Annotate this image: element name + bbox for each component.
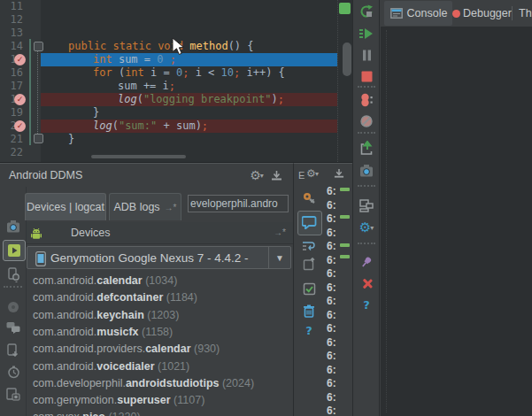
process-text: (930) bbox=[191, 343, 220, 355]
process-list-item[interactable]: com.android.keychain (1203) bbox=[33, 307, 179, 324]
line-number[interactable]: 19 bbox=[0, 106, 23, 119]
process-list-item[interactable]: com.developerphil.androidstudiotips (202… bbox=[33, 375, 254, 392]
tab-debugger-label: Debugger bbox=[463, 7, 512, 19]
line-number[interactable]: 11 bbox=[0, 0, 23, 13]
phone-icon bbox=[33, 250, 49, 266]
tab-threads[interactable]: Thr bbox=[519, 1, 532, 26]
process-list-item[interactable]: com.android.musicfx (1158) bbox=[33, 324, 173, 341]
error-stripe-mark[interactable] bbox=[340, 215, 350, 219]
console-icon bbox=[389, 7, 404, 19]
export-icon[interactable] bbox=[301, 256, 317, 272]
pause-icon[interactable] bbox=[359, 47, 374, 63]
step-out-icon[interactable] bbox=[359, 140, 374, 156]
logcat-filter-input[interactable] bbox=[188, 195, 289, 212]
code-token: ; bbox=[169, 80, 175, 92]
logcat-help-icon[interactable]: ? bbox=[301, 322, 317, 338]
code-line[interactable]: int sum = 0 ; bbox=[93, 53, 176, 66]
pin-icon[interactable] bbox=[359, 254, 374, 270]
resume-icon[interactable] bbox=[359, 26, 374, 42]
code-line[interactable]: log("sum:" + sum); bbox=[93, 119, 208, 133]
inspection-status-indicator[interactable] bbox=[339, 3, 351, 14]
line-number[interactable]: 12 bbox=[0, 13, 23, 27]
ddms-dock-icon[interactable] bbox=[268, 167, 284, 183]
debug-settings-gear-icon[interactable]: ⚙▾ bbox=[359, 220, 374, 235]
code-line[interactable]: } bbox=[93, 106, 99, 119]
logcat-dock-icon[interactable] bbox=[331, 166, 347, 181]
toolbar-divider bbox=[358, 86, 375, 88]
code-line[interactable]: } bbox=[68, 133, 74, 146]
clear-log-trash-icon[interactable] bbox=[301, 303, 317, 319]
process-text: (1107) bbox=[171, 394, 205, 406]
devices-float-icon[interactable]: →* bbox=[274, 227, 286, 237]
rerun-icon[interactable] bbox=[359, 4, 374, 19]
fold-marker-end[interactable] bbox=[34, 134, 43, 143]
code-editor[interactable]: 111213141516171819202122 public static v… bbox=[0, 0, 353, 163]
editor-horizontal-scrollbar[interactable] bbox=[91, 155, 186, 158]
fold-marker-start[interactable] bbox=[34, 42, 43, 51]
error-stripe-mark[interactable] bbox=[340, 188, 350, 191]
device-selector-arrow[interactable]: ▼ bbox=[268, 247, 290, 268]
tab-adb-logs[interactable]: ADB logs →* bbox=[109, 193, 181, 220]
code-line[interactable]: sum += i; bbox=[118, 80, 175, 93]
layout-capture-icon[interactable] bbox=[5, 386, 21, 402]
breakpoint-icon[interactable]: ✓ bbox=[14, 54, 26, 65]
breakpoint-icon[interactable]: ✓ bbox=[14, 94, 26, 105]
stop-icon[interactable] bbox=[359, 68, 374, 84]
code-token: () { bbox=[228, 40, 254, 52]
debug-tabbar: Console Debugger Thr bbox=[381, 0, 532, 27]
screen-record-icon[interactable] bbox=[3, 240, 26, 261]
alarm-icon[interactable] bbox=[5, 364, 21, 380]
tab-devices-logcat[interactable]: Devices | logcat bbox=[25, 193, 106, 220]
soft-wrap-icon[interactable] bbox=[301, 238, 317, 254]
error-stripe-mark[interactable] bbox=[340, 243, 350, 247]
device-search-icon[interactable] bbox=[5, 266, 21, 282]
code-line[interactable]: public static void method() { bbox=[68, 40, 254, 53]
method-profiling-icon[interactable] bbox=[5, 342, 21, 358]
gc-icon[interactable] bbox=[5, 299, 21, 315]
process-list-item[interactable]: com.android.defcontainer (1184) bbox=[33, 289, 197, 306]
process-list-item[interactable]: com.android.voicedialer (1021) bbox=[33, 358, 189, 375]
debug-help-icon[interactable]: ? bbox=[359, 297, 374, 312]
debug-content-area[interactable] bbox=[381, 27, 532, 416]
editor-vertical-scrollbar[interactable] bbox=[343, 42, 351, 76]
line-number[interactable]: 16 bbox=[0, 66, 23, 80]
line-number[interactable]: 21 bbox=[0, 133, 23, 146]
line-number[interactable]: 14 bbox=[0, 40, 23, 53]
process-list-item[interactable]: com.genymotion.superuser (1107) bbox=[33, 392, 204, 409]
code-token: method bbox=[189, 40, 227, 52]
debug-toolbar: ⚙▾ ? bbox=[352, 0, 380, 416]
close-icon[interactable] bbox=[359, 275, 375, 291]
logcat-line: 6: bbox=[327, 185, 336, 198]
logcat-console-icon[interactable] bbox=[301, 214, 317, 230]
scroll-to-end-icon[interactable] bbox=[301, 281, 317, 297]
process-list-item[interactable]: com.svox.pico (1220) bbox=[33, 409, 141, 416]
process-list-item[interactable]: com.android.calendar (1034) bbox=[33, 273, 177, 289]
logcat-line: 6: bbox=[327, 240, 336, 253]
tab-console[interactable]: Console bbox=[384, 1, 452, 26]
process-text: com.android.providers. bbox=[33, 343, 145, 355]
line-number[interactable]: 22 bbox=[0, 146, 23, 159]
view-breakpoints-icon[interactable] bbox=[359, 92, 374, 108]
tab-debugger[interactable]: Debugger bbox=[452, 1, 512, 26]
process-text: superuser bbox=[117, 394, 170, 406]
error-stripe-mark[interactable] bbox=[340, 255, 350, 258]
code-token: ( bbox=[112, 119, 119, 132]
line-number[interactable]: 13 bbox=[0, 27, 23, 40]
process-text: com.genymotion. bbox=[33, 394, 117, 406]
mute-breakpoints-icon[interactable] bbox=[359, 113, 374, 129]
line-number[interactable]: 17 bbox=[0, 80, 23, 93]
code-token: ( bbox=[137, 93, 143, 105]
debug-screenshot-icon[interactable] bbox=[359, 163, 374, 179]
android-ddms-panel: Android DDMS ⚙▾ bbox=[0, 163, 294, 416]
restore-layout-icon[interactable] bbox=[359, 197, 374, 213]
ddms-gear-icon[interactable]: ⚙▾ bbox=[249, 167, 265, 183]
logcat-line: 6: bbox=[327, 227, 336, 240]
logcat-settings-wrench-icon[interactable] bbox=[301, 189, 317, 205]
process-list-item[interactable]: com.android.providers.calendar (930) bbox=[33, 341, 220, 358]
threads-icon[interactable] bbox=[5, 320, 21, 335]
device-selector[interactable]: Genymotion Google Nexus 7 - 4.4.2 - ▼ bbox=[27, 246, 291, 269]
code-line[interactable]: log("logging breakpoint"); bbox=[118, 93, 284, 106]
breakpoint-icon[interactable]: ✓ bbox=[14, 120, 26, 132]
code-line[interactable]: for (int i = 0; i < 10; i++) { bbox=[93, 66, 285, 80]
logcat-gear-icon[interactable]: ⚙▾ bbox=[305, 166, 320, 181]
